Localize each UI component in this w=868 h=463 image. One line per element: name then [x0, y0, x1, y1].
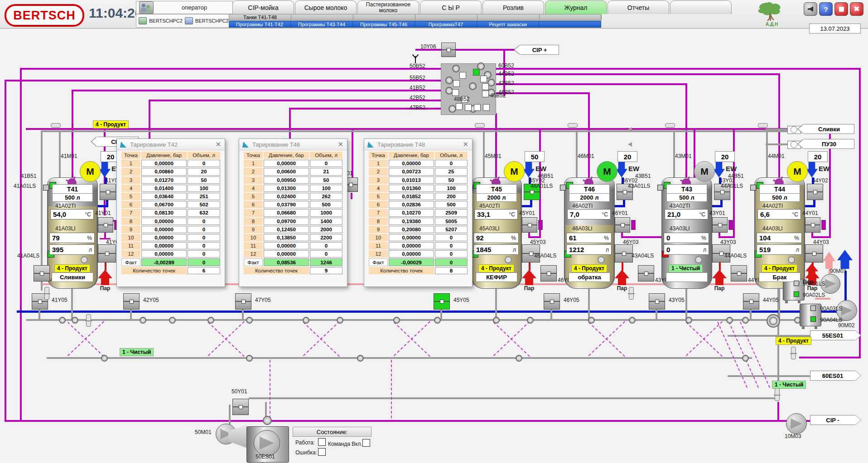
volume-cell[interactable]: 20 — [188, 168, 220, 175]
volume-cell[interactable]: 100 — [188, 185, 220, 192]
pressure-cell[interactable]: 0,00000 — [389, 242, 434, 249]
dialog-titlebar[interactable]: Тарирование Т48✕ — [364, 139, 472, 150]
subtab-cell[interactable] — [415, 14, 477, 20]
pressure-cell[interactable]: 0,02836 — [389, 201, 434, 208]
valve-43Y04[interactable] — [638, 265, 654, 282]
line-valve[interactable] — [452, 65, 460, 72]
pressure-cell[interactable]: 0,06680 — [264, 209, 309, 216]
volume-cell[interactable]: 25 — [435, 168, 468, 175]
checkbox-komanda[interactable] — [362, 439, 370, 447]
valve-44Y03[interactable] — [805, 244, 823, 263]
line-valve[interactable] — [767, 314, 780, 328]
count-value[interactable]: 9 — [310, 267, 342, 274]
valve-44Y02[interactable] — [807, 184, 823, 200]
line-valve[interactable] — [246, 317, 253, 324]
pressure-cell[interactable]: 0,00000 — [141, 234, 187, 241]
volume-cell[interactable]: 262 — [310, 193, 342, 200]
tab-Сырое молоко[interactable]: Сырое молоко — [295, 0, 357, 14]
checkbox-oshibka[interactable] — [318, 448, 326, 456]
tab-Пастеризованное молоко[interactable]: Пастеризованное молоко — [357, 0, 419, 14]
volume-cell[interactable]: 0 — [188, 218, 220, 225]
dialog-titlebar[interactable]: Тарирование Т46✕ — [239, 139, 347, 150]
line-valve[interactable] — [337, 317, 343, 324]
volume-cell[interactable]: 100 — [310, 185, 342, 192]
pressure-cell[interactable]: 0,03640 — [141, 193, 187, 200]
program-tab-ПрограммаТ47[interactable]: ПрограммаТ47 — [415, 21, 477, 27]
valve-42Y05[interactable] — [123, 293, 140, 310]
stop-button[interactable] — [834, 2, 848, 16]
line-valve[interactable] — [101, 355, 108, 362]
pressure-cell[interactable]: 0,08130 — [141, 209, 187, 216]
line-valve[interactable] — [246, 355, 253, 362]
valve-41Y03[interactable] — [98, 244, 116, 263]
pressure-cell[interactable]: 0,00000 — [264, 160, 309, 167]
pressure-cell[interactable]: 0,00600 — [264, 168, 309, 175]
line-valve[interactable] — [263, 416, 272, 425]
volume-cell[interactable]: 251 — [188, 193, 220, 200]
valve-43Y05[interactable] — [649, 293, 665, 310]
volume-cell[interactable]: 2200 — [310, 234, 342, 241]
line-valve[interactable] — [59, 317, 66, 324]
pressure-cell[interactable]: 0,00000 — [389, 234, 434, 241]
valve-41Y01[interactable] — [98, 217, 113, 233]
line-valve[interactable] — [685, 317, 692, 324]
line-valve[interactable] — [493, 317, 500, 324]
motor-setpoint-46M01[interactable]: 20 — [617, 151, 637, 162]
valve-45Y05[interactable] — [434, 293, 450, 310]
line-valve[interactable] — [393, 317, 400, 324]
tab-empty[interactable] — [670, 0, 732, 14]
close-button[interactable]: ✖ — [850, 2, 863, 16]
line-valve[interactable] — [588, 317, 595, 324]
dialog-close-icon[interactable]: ✕ — [463, 140, 468, 148]
volume-cell[interactable]: 21 — [310, 168, 342, 175]
pressure-cell[interactable]: 0,00860 — [141, 168, 187, 175]
valve-46Y04[interactable] — [540, 265, 557, 282]
program-tab-Программы Т43-Т44[interactable]: Программы Т43-Т44 — [291, 21, 353, 27]
volume-cell[interactable]: 0 — [435, 160, 468, 167]
pressure-cell[interactable]: 0,00000 — [141, 218, 187, 225]
volume-cell[interactable]: 2000 — [310, 226, 342, 233]
line-valve[interactable] — [516, 355, 522, 362]
motor-41M01[interactable]: M — [80, 161, 101, 182]
line-valve[interactable] — [140, 317, 146, 324]
valve-41Y02[interactable] — [100, 184, 116, 200]
program-tab-Программы Т45-Т46[interactable]: Программы Т45-Т46 — [353, 21, 415, 27]
valve-44Y05[interactable] — [743, 293, 759, 310]
pressure-cell[interactable]: 0,09700 — [264, 218, 309, 225]
volume-cell[interactable]: 0 — [188, 160, 220, 167]
line-valve[interactable] — [303, 317, 309, 324]
line-valve[interactable] — [742, 355, 749, 362]
volume-cell[interactable]: 200 — [435, 193, 468, 200]
pressure-cell[interactable]: 0,00723 — [389, 168, 434, 175]
volume-cell[interactable]: 0 — [310, 250, 342, 258]
motor-45M01[interactable]: M — [504, 161, 525, 182]
pressure-cell[interactable]: 0,20080 — [389, 226, 434, 233]
motor-setpoint-45M01[interactable]: 50 — [525, 151, 545, 162]
dialog-Тарирование Т42[interactable]: Тарирование Т42✕ТочкаДавление, барОбъем,… — [116, 138, 225, 287]
volume-cell[interactable]: 0 — [188, 226, 220, 233]
motor-44M01[interactable]: M — [787, 161, 808, 182]
tab-CIP-мойка[interactable]: CIP-мойка — [232, 0, 294, 14]
pressure-cell[interactable]: 0,00000 — [389, 250, 434, 258]
pressure-cell[interactable]: 0,00000 — [141, 226, 187, 233]
volume-cell[interactable]: 0 — [310, 242, 342, 249]
volume-cell[interactable]: 502 — [188, 201, 220, 208]
pressure-cell[interactable]: 0,01400 — [141, 185, 187, 192]
volume-cell[interactable]: 2509 — [435, 209, 468, 216]
volume-cell[interactable]: 0 — [188, 250, 220, 258]
line-valve[interactable] — [742, 317, 749, 324]
valve-45Y01[interactable] — [522, 217, 537, 233]
pressure-cell[interactable]: 0,19380 — [389, 218, 434, 225]
motor-43M01[interactable]: M — [694, 161, 715, 182]
count-value[interactable]: 6 — [188, 267, 220, 274]
tab-Розлив[interactable]: Розлив — [482, 0, 544, 14]
sound-button[interactable] — [804, 2, 817, 16]
dialog-titlebar[interactable]: Тарирование Т42✕ — [117, 139, 225, 150]
pressure-cell[interactable]: 0,01013 — [389, 177, 434, 184]
line-valve[interactable] — [169, 317, 176, 324]
valve-50Y01[interactable] — [232, 399, 249, 415]
pressure-cell[interactable]: 0,00950 — [264, 177, 309, 184]
pump-10M03[interactable] — [786, 413, 807, 434]
motor-setpoint-43M01[interactable]: 20 — [715, 151, 735, 162]
pressure-cell[interactable]: 0,00000 — [264, 250, 309, 258]
